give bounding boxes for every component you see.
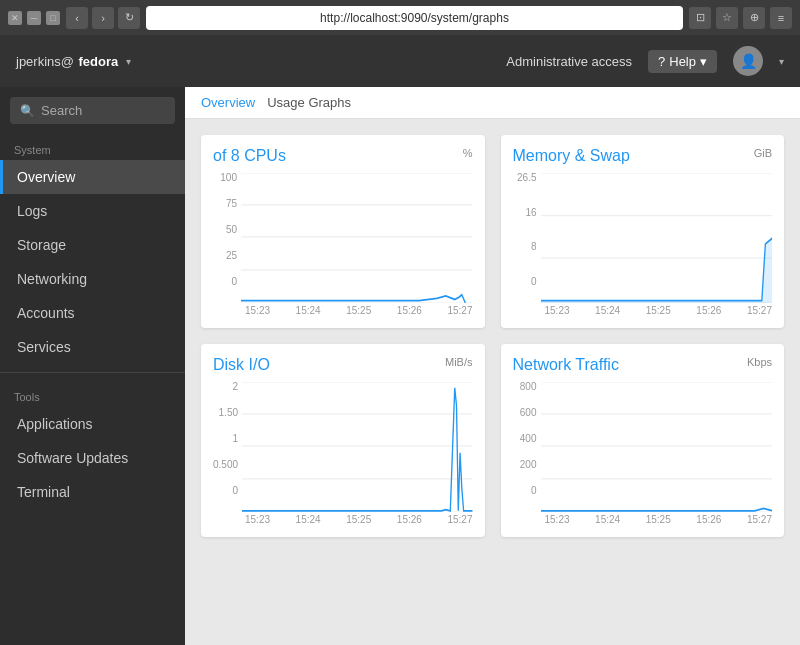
disk-graph-card: Disk I/O MiB/s 2 1.50 1 0.500 0 xyxy=(201,344,485,537)
cast-icon[interactable]: ⊡ xyxy=(689,7,711,29)
breadcrumb: Overview Usage Graphs xyxy=(185,87,800,119)
cpu-y-axis: 100 75 50 25 0 xyxy=(213,173,241,303)
top-header: jperkins@ fedora ▾ Administrative access… xyxy=(0,35,800,87)
memory-svg xyxy=(541,173,773,303)
cpu-x-axis: 15:23 15:24 15:25 15:26 15:27 xyxy=(213,303,473,316)
breadcrumb-current: Usage Graphs xyxy=(267,95,351,110)
browser-navigation: ‹ › ↻ xyxy=(66,7,140,29)
search-input[interactable] xyxy=(41,103,165,118)
network-graph-inner: 800 600 400 200 0 xyxy=(513,382,773,512)
help-icon: ? xyxy=(658,54,665,69)
app-container: jperkins@ fedora ▾ Administrative access… xyxy=(0,35,800,645)
sidebar: 🔍 System Overview Logs Storage Networkin… xyxy=(0,87,185,645)
memory-chart-area xyxy=(541,173,773,303)
network-y-axis: 800 600 400 200 0 xyxy=(513,382,541,512)
header-right: Administrative access ? Help ▾ 👤 ▾ xyxy=(506,46,784,76)
sidebar-item-logs[interactable]: Logs xyxy=(0,194,185,228)
memory-graph-inner: 26.5 16 8 0 xyxy=(513,173,773,303)
disk-chart-area xyxy=(242,382,472,512)
back-button[interactable]: ‹ xyxy=(66,7,88,29)
disk-graph-inner: 2 1.50 1 0.500 0 xyxy=(213,382,473,512)
memory-y-axis: 26.5 16 8 0 xyxy=(513,173,541,303)
disk-graph-title: Disk I/O xyxy=(213,356,270,374)
forward-button[interactable]: › xyxy=(92,7,114,29)
system-section-label: System xyxy=(0,134,185,160)
sidebar-item-services[interactable]: Services xyxy=(0,330,185,364)
cpu-graph-inner: 100 75 50 25 0 xyxy=(213,173,473,303)
user-dropdown-arrow: ▾ xyxy=(126,56,131,67)
sidebar-item-networking[interactable]: Networking xyxy=(0,262,185,296)
menu-icon[interactable]: ≡ xyxy=(770,7,792,29)
maximize-btn[interactable]: □ xyxy=(46,11,60,25)
disk-graph-header: Disk I/O MiB/s xyxy=(213,356,473,374)
memory-graph-card: Memory & Swap GiB 26.5 16 8 0 xyxy=(501,135,785,328)
sidebar-item-accounts[interactable]: Accounts xyxy=(0,296,185,330)
memory-x-axis: 15:23 15:24 15:25 15:26 15:27 xyxy=(513,303,773,316)
disk-svg xyxy=(242,382,472,512)
avatar-dropdown-arrow: ▾ xyxy=(779,56,784,67)
disk-graph-unit: MiB/s xyxy=(445,356,473,368)
main-layout: 🔍 System Overview Logs Storage Networkin… xyxy=(0,87,800,645)
cpu-graph-unit: % xyxy=(463,147,473,159)
cpu-chart-area xyxy=(241,173,473,303)
network-svg xyxy=(541,382,773,512)
sidebar-item-software-updates[interactable]: Software Updates xyxy=(0,441,185,475)
help-button[interactable]: ? Help ▾ xyxy=(648,50,717,73)
tools-section-label: Tools xyxy=(0,381,185,407)
sidebar-item-storage[interactable]: Storage xyxy=(0,228,185,262)
sidebar-item-overview[interactable]: Overview xyxy=(0,160,185,194)
avatar[interactable]: 👤 xyxy=(733,46,763,76)
cpu-graph-title: of 8 CPUs xyxy=(213,147,286,165)
memory-graph-unit: GiB xyxy=(754,147,772,159)
sidebar-item-terminal[interactable]: Terminal xyxy=(0,475,185,509)
extensions-icon[interactable]: ⊕ xyxy=(743,7,765,29)
network-graph-title: Network Traffic xyxy=(513,356,619,374)
network-x-axis: 15:23 15:24 15:25 15:26 15:27 xyxy=(513,512,773,525)
breadcrumb-overview-link[interactable]: Overview xyxy=(201,95,255,110)
minimize-btn[interactable]: ─ xyxy=(27,11,41,25)
window-controls: ✕ ─ □ xyxy=(8,11,60,25)
user-name-host: jperkins@ fedora xyxy=(16,52,118,70)
avatar-icon: 👤 xyxy=(740,53,757,69)
browser-chrome: ✕ ─ □ ‹ › ↻ http://localhost:9090/system… xyxy=(0,0,800,35)
cpu-graph-header: of 8 CPUs % xyxy=(213,147,473,165)
help-dropdown-arrow: ▾ xyxy=(700,54,707,69)
user-info[interactable]: jperkins@ fedora ▾ xyxy=(16,52,131,70)
memory-graph-header: Memory & Swap GiB xyxy=(513,147,773,165)
sidebar-item-applications[interactable]: Applications xyxy=(0,407,185,441)
network-graph-header: Network Traffic Kbps xyxy=(513,356,773,374)
browser-action-buttons: ⊡ ☆ ⊕ ≡ xyxy=(689,7,792,29)
help-label: Help xyxy=(669,54,696,69)
network-graph-card: Network Traffic Kbps 800 600 400 200 0 xyxy=(501,344,785,537)
content-area: Overview Usage Graphs of 8 CPUs % 100 75 xyxy=(185,87,800,645)
url-bar[interactable]: http://localhost:9090/system/graphs xyxy=(146,6,683,30)
network-chart-area xyxy=(541,382,773,512)
hostname: fedora xyxy=(78,54,118,69)
search-icon: 🔍 xyxy=(20,104,35,118)
admin-access-label: Administrative access xyxy=(506,54,632,69)
close-btn[interactable]: ✕ xyxy=(8,11,22,25)
disk-y-axis: 2 1.50 1 0.500 0 xyxy=(213,382,242,512)
bookmark-icon[interactable]: ☆ xyxy=(716,7,738,29)
svg-marker-9 xyxy=(541,238,773,303)
search-box[interactable]: 🔍 xyxy=(10,97,175,124)
username: jperkins@ xyxy=(16,54,74,69)
sidebar-divider xyxy=(0,372,185,373)
disk-x-axis: 15:23 15:24 15:25 15:26 15:27 xyxy=(213,512,473,525)
memory-graph-title: Memory & Swap xyxy=(513,147,630,165)
cpu-graph-card: of 8 CPUs % 100 75 50 25 0 xyxy=(201,135,485,328)
network-graph-unit: Kbps xyxy=(747,356,772,368)
graphs-grid: of 8 CPUs % 100 75 50 25 0 xyxy=(185,119,800,553)
refresh-button[interactable]: ↻ xyxy=(118,7,140,29)
cpu-svg xyxy=(241,173,473,303)
